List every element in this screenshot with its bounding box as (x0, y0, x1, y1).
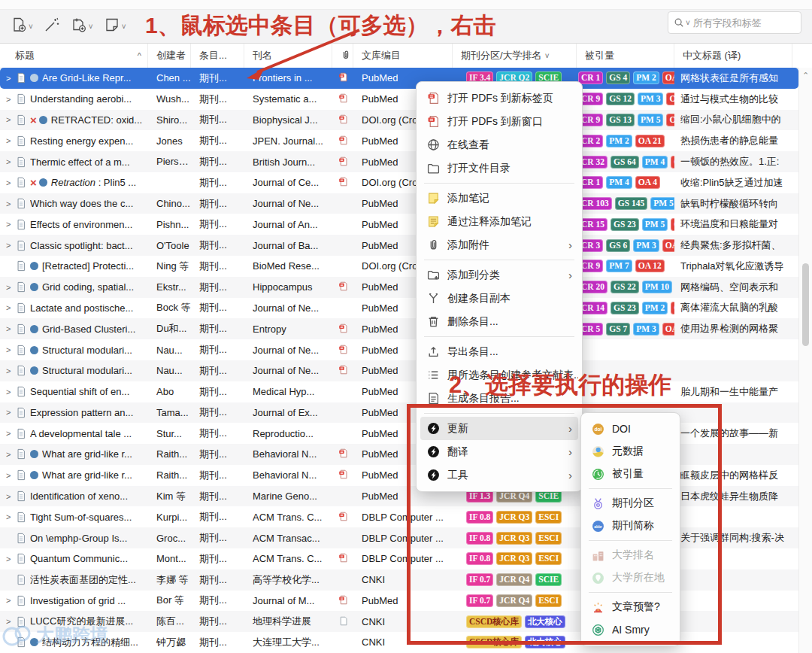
title-cell: >Structural modulari... (0, 339, 148, 360)
pdf-icon (338, 114, 348, 126)
citation-badge: PM 3 (638, 93, 664, 105)
menu-item-打开 PDFs 到新标签页[interactable]: 打开 PDFs 到新标签页 (420, 87, 578, 110)
toolbar-button-magic-wand-icon[interactable] (44, 17, 60, 36)
expand-chevron-icon[interactable]: > (6, 95, 16, 104)
expand-chevron-icon[interactable]: > (6, 617, 16, 626)
journal-cell: Journal of An... (244, 214, 332, 235)
citations-cell: CR 103GS 145PM 5 (577, 193, 674, 214)
table-row[interactable]: [Retracted] Protecti...Ning 等期刊...BioMed… (0, 256, 798, 277)
expand-chevron-icon[interactable]: > (6, 596, 16, 605)
journal-cell-text: Behavioral N... (253, 469, 317, 481)
item-title: What are grid-like r... (42, 448, 132, 460)
table-row[interactable]: >Structural modulari...Nau...期刊...Journa… (0, 360, 798, 381)
table-row[interactable]: >Are Grid-Like Repr...Chen ...期刊...Front… (0, 68, 798, 89)
menu-item-打开文件目录[interactable]: 打开文件目录 (420, 156, 578, 180)
expand-chevron-icon[interactable]: > (6, 429, 16, 438)
expand-chevron-icon[interactable]: > (6, 512, 16, 521)
menu-item-导出条目...[interactable]: 导出条目... (420, 340, 578, 363)
creator-cell: Pishn... (148, 214, 191, 235)
table-row[interactable]: >×Retraction : Plin5 ...期刊...Journal of … (0, 172, 798, 193)
table-row[interactable]: >Effects of environmen...Pishn...期刊...Jo… (0, 214, 798, 235)
journal-cell-text: 高等学校化学... (253, 573, 320, 587)
expand-chevron-icon[interactable]: > (6, 408, 16, 417)
menu-item-在线查看[interactable]: 在线查看 (420, 133, 578, 156)
journal-cell: Medical Hyp... (244, 381, 332, 402)
expand-chevron-icon[interactable]: > (6, 199, 16, 208)
column-header-中文标题 (译)[interactable]: 中文标题 (译) (674, 44, 792, 68)
table-row[interactable]: >Classic spotlight: bact...O'Toole期刊...J… (0, 235, 798, 256)
item-type-cell: 期刊... (191, 360, 244, 381)
table-row[interactable]: >Resting energy expen...Jones期刊...JPEN. … (0, 130, 798, 151)
table-row[interactable]: >×RETRACTED: oxid...Shiro...期刊...Biophys… (0, 110, 798, 131)
item-title: Grid-Based Clusteri... (42, 323, 135, 335)
table-row[interactable]: >Thermic effect of a m...Piers 等期刊...Bri… (0, 151, 798, 172)
toolbar-button-new-attachment-icon[interactable]: ˅ (71, 17, 93, 36)
creator-cell: Groc... (148, 527, 191, 548)
expand-chevron-icon[interactable]: > (6, 74, 16, 83)
table-row[interactable]: >Sequential shift of en...Abo期刊...Medica… (0, 381, 798, 402)
expand-chevron-icon[interactable]: > (6, 324, 16, 333)
search-input[interactable] (692, 17, 801, 29)
status-dot-icon (30, 74, 38, 82)
expand-chevron-icon[interactable]: > (6, 303, 16, 312)
scroll-up-icon[interactable]: ⌃ (802, 71, 809, 80)
expand-chevron-icon[interactable]: > (6, 115, 16, 124)
expand-chevron-icon[interactable]: > (6, 554, 16, 563)
search-box[interactable]: ˅ (668, 11, 801, 34)
journal-cell-text: Journal of An... (253, 219, 318, 230)
expand-chevron-icon[interactable]: > (6, 136, 16, 145)
expand-chevron-icon[interactable]: > (6, 157, 16, 166)
column-header-创建者[interactable]: 创建者 (148, 44, 191, 68)
expand-chevron-icon[interactable]: > (6, 283, 16, 292)
menu-item-添加到分类[interactable]: 添加到分类› (420, 263, 578, 287)
item-title: Quantum Communic... (30, 553, 128, 564)
menu-item-添加附件[interactable]: 添加附件› (420, 233, 578, 257)
expand-chevron-icon[interactable]: > (6, 471, 16, 480)
menu-item-打开 PDFs 到新窗口[interactable]: 打开 PDFs 到新窗口 (420, 110, 578, 133)
creator-cell-text: Chino... (156, 198, 190, 209)
table-row[interactable]: >Grid coding, spatial...Ekstr...期刊...Hip… (0, 277, 798, 298)
doc-icon (16, 512, 26, 523)
chinese-title-text: 离体灌流大鼠脑的乳酸 (680, 301, 778, 314)
item-title: Investigation of grid ... (30, 595, 126, 606)
item-type-cell-text: 期刊... (199, 238, 227, 252)
expand-chevron-icon[interactable]: > (6, 387, 16, 396)
menu-item-通过注释添加笔记[interactable]: 通过注释添加笔记 (420, 210, 578, 233)
journal-cell: Marine Geno... (244, 486, 332, 507)
column-header-标题[interactable]: 标题^ (0, 44, 148, 68)
column-header-被引量[interactable]: 被引量 (577, 44, 674, 68)
toolbar-button-new-item-icon[interactable]: ˅ (11, 17, 33, 36)
journal-cell-text: Journal of Ce... (253, 177, 319, 188)
menu-item-删除条目...[interactable]: 删除条目... (420, 310, 578, 333)
chinese-title-cell: 使用边界检测的网格聚 (674, 318, 792, 339)
item-type-cell: 期刊... (191, 130, 244, 151)
item-title-rest: : Plin5 ... (95, 177, 136, 188)
citation-badge: CR 103 (578, 197, 612, 210)
expand-chevron-icon[interactable]: > (6, 220, 16, 229)
menu-item-添加笔记[interactable]: 添加笔记 (420, 187, 578, 210)
table-row[interactable]: >Understanding aerobi...Wush...期刊...Syst… (0, 89, 798, 110)
table-row[interactable]: >Lactate and postische...Bock 等期刊...Jour… (0, 298, 798, 319)
expand-chevron-icon[interactable]: > (6, 492, 16, 501)
citation-badge: PM 3 (633, 239, 659, 252)
column-header-label: 中文标题 (译) (683, 49, 741, 62)
expand-chevron-icon[interactable]: > (6, 345, 16, 354)
menu-item-创建条目副本[interactable]: 创建条目副本 (420, 287, 578, 310)
scrollbar-thumb[interactable] (802, 263, 809, 346)
column-header-期刊分区/大学排名[interactable]: 期刊分区/大学排名˅ (453, 44, 577, 68)
search-scope-chevron-icon[interactable]: ˅ (686, 19, 690, 27)
expand-chevron-icon[interactable]: > (6, 178, 16, 187)
table-row[interactable]: >Which way does the c...Chino...期刊...Jou… (0, 193, 798, 214)
journal-cell: ACM Trans. C... (244, 548, 332, 569)
scrollbar[interactable]: ⌃ (798, 68, 812, 653)
creator-cell-text: Jones (156, 135, 183, 147)
table-row[interactable]: >Grid-Based Clusteri...Du和...期刊...Entrop… (0, 318, 798, 339)
citation-badge: OA 12 (635, 260, 665, 272)
expand-chevron-icon[interactable]: > (6, 450, 16, 459)
table-row[interactable]: >Structural modulari...Nau...期刊...Journa… (0, 339, 798, 360)
doc-icon (16, 428, 26, 439)
expand-chevron-icon[interactable]: > (6, 241, 16, 250)
citation-badge: PM 3 (633, 323, 659, 336)
toolbar-button-new-note-icon[interactable]: ˅ (104, 17, 126, 36)
expand-chevron-icon[interactable]: > (6, 366, 16, 375)
